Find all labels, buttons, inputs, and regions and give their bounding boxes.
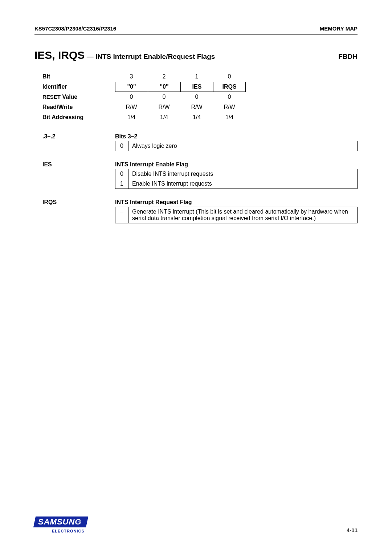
section-table: 0 Disable INTS interrupt requests 1 Enab…	[115, 169, 358, 189]
section-table: 0 Always logic zero	[115, 141, 358, 151]
bit-cells: 1/4 1/4 1/4 1/4	[115, 113, 246, 122]
section-irqs: IRQS INTS Interrupt Request Flag – Gener…	[42, 199, 358, 223]
register-subtitle: — INTS Interrupt Enable/Request Flags	[85, 53, 215, 60]
register-title-left: IES, IRQS — INTS Interrupt Enable/Reques…	[34, 49, 215, 61]
table-row: – Generate INTS interrupt (This bit is s…	[115, 207, 358, 223]
bit-cell: R/W	[180, 102, 213, 112]
page-header: KS57C2308/P2308/C2316/P2316 MEMORY MAP	[34, 25, 358, 35]
bit-cells: "0" "0" IES IRQS	[115, 82, 246, 92]
bit-label: Identifier	[42, 84, 115, 90]
register-address: FBDH	[338, 53, 358, 61]
bit-cells: 0 0 0 0	[115, 92, 246, 102]
table-row: 1 Enable INTS interrupt requests	[115, 179, 358, 189]
bit-cell: 0	[213, 92, 246, 102]
bit-cell: 2	[148, 72, 180, 81]
bit-cell: R/W	[148, 102, 180, 112]
samsung-electronics-label: ELECTRONICS	[52, 529, 87, 533]
section-title: Bits 3–2	[115, 133, 358, 140]
section-bits-3-2: .3–.2 Bits 3–2 0 Always logic zero	[42, 133, 358, 151]
table-val: 0	[115, 169, 128, 179]
page-number: 4-11	[347, 527, 358, 533]
bit-row-identifier: Identifier "0" "0" IES IRQS	[42, 82, 358, 92]
section-heading: IRQS INTS Interrupt Request Flag	[42, 199, 358, 206]
bit-cell: 0	[213, 72, 246, 81]
table-desc: Disable INTS interrupt requests	[128, 169, 358, 179]
bit-label: Bit	[42, 73, 115, 80]
bit-cell: 3	[115, 72, 148, 81]
section-title: INTS Interrupt Enable Flag	[115, 161, 358, 168]
reset-word: RESET	[42, 94, 61, 100]
table-row: 0 Always logic zero	[115, 141, 358, 151]
bit-label: Read/Write	[42, 104, 115, 110]
bit-cell: R/W	[213, 102, 246, 112]
bit-row-bit: Bit 3 2 1 0	[42, 72, 358, 82]
bit-cell: 0	[148, 92, 180, 102]
samsung-wordmark-icon: SAMSUNG	[33, 516, 89, 527]
bit-row-readwrite: Read/Write R/W R/W R/W R/W	[42, 102, 358, 112]
header-right: MEMORY MAP	[320, 25, 358, 32]
bit-cell: "0"	[115, 82, 148, 92]
content-area: Bit 3 2 1 0 Identifier "0" "0" IES IRQS …	[34, 72, 358, 223]
register-title-row: IES, IRQS — INTS Interrupt Enable/Reques…	[34, 49, 358, 61]
table-desc: Enable INTS interrupt requests	[128, 179, 358, 189]
page-footer: SAMSUNG ELECTRONICS 4-11	[34, 516, 358, 533]
section-heading: IES INTS Interrupt Enable Flag	[42, 161, 358, 168]
section-key: IRQS	[42, 199, 115, 206]
section-ies: IES INTS Interrupt Enable Flag 0 Disable…	[42, 161, 358, 189]
section-key: .3–.2	[42, 133, 115, 140]
bit-table: Bit 3 2 1 0 Identifier "0" "0" IES IRQS …	[42, 72, 358, 122]
bit-cell: IRQS	[213, 82, 246, 92]
bit-cell: 0	[180, 92, 213, 102]
table-val: –	[115, 207, 128, 223]
bit-cells: R/W R/W R/W R/W	[115, 102, 246, 112]
bit-row-addressing: Bit Addressing 1/4 1/4 1/4 1/4	[42, 112, 358, 122]
bit-cell: 0	[115, 92, 148, 102]
bit-cell: IES	[180, 82, 213, 92]
table-desc: Generate INTS interrupt (This bit is set…	[128, 207, 358, 223]
section-heading: .3–.2 Bits 3–2	[42, 133, 358, 140]
table-desc: Always logic zero	[128, 141, 358, 151]
table-val: 1	[115, 179, 128, 189]
value-word: Value	[61, 94, 77, 100]
section-title: INTS Interrupt Request Flag	[115, 199, 358, 206]
table-val: 0	[115, 141, 128, 151]
bit-label: RESET Value	[42, 94, 115, 100]
bit-cells: 3 2 1 0	[115, 72, 246, 81]
bit-cell: 1/4	[213, 113, 246, 122]
bit-cell: 1/4	[115, 113, 148, 122]
section-table: – Generate INTS interrupt (This bit is s…	[115, 207, 358, 223]
bit-cell: 1/4	[180, 113, 213, 122]
header-left: KS57C2308/P2308/C2316/P2316	[34, 25, 116, 32]
section-key: IES	[42, 161, 115, 168]
bit-cell: "0"	[148, 82, 180, 92]
register-name: IES, IRQS	[34, 49, 85, 61]
samsung-logo: SAMSUNG ELECTRONICS	[34, 516, 87, 533]
bit-cell: R/W	[115, 102, 148, 112]
bit-row-reset: RESET Value 0 0 0 0	[42, 92, 358, 102]
bit-cell: 1/4	[148, 113, 180, 122]
table-row: 0 Disable INTS interrupt requests	[115, 169, 358, 179]
bit-label: Bit Addressing	[42, 114, 115, 121]
bit-cell: 1	[180, 72, 213, 81]
